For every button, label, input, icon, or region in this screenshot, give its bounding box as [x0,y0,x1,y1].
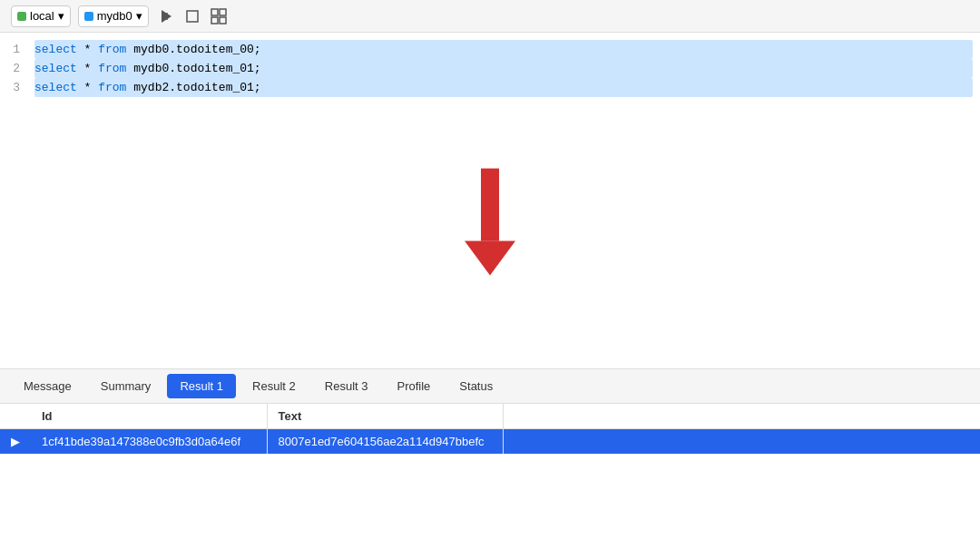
svg-rect-3 [211,9,218,15]
stop-button[interactable] [183,7,201,25]
line-numbers: 1 2 3 [0,33,27,368]
database-status-icon [84,12,93,21]
tab-message[interactable]: Message [11,374,84,398]
code-line-3: select * from mydb2.todoitem_01; [34,78,973,97]
connection-chevron-icon: ▾ [58,9,64,23]
connection-label: local [30,9,54,23]
tab-status[interactable]: Status [446,374,505,398]
table-header-row: Id Text [0,404,980,429]
connection-status-icon [17,12,26,21]
table-row[interactable]: ▶ 1cf41bde39a147388e0c9fb3d0a64e6f 8007e… [0,429,980,455]
header-empty [503,404,980,429]
line-number: 1 [7,40,20,59]
run-button[interactable] [156,6,176,26]
editor-area: 1 2 3 select * from mydb0.todoitem_00; s… [0,33,980,369]
header-text: Text [267,404,503,429]
tabs-bar: Message Summary Result 1 Result 2 Result… [0,369,980,404]
svg-rect-6 [220,17,226,24]
svg-rect-2 [187,11,198,22]
code-editor[interactable]: select * from mydb0.todoitem_00; select … [27,33,980,368]
line-number: 3 [7,78,20,97]
editor-content: 1 2 3 select * from mydb0.todoitem_00; s… [0,33,980,368]
database-selector[interactable]: mydb0 ▾ [78,5,149,27]
tab-result3[interactable]: Result 3 [312,374,381,398]
tab-profile[interactable]: Profile [384,374,443,398]
results-area: Id Text ▶ 1cf41bde39a147388e0c9fb3d0a64e… [0,404,980,549]
code-line-1: select * from mydb0.todoitem_00; [34,40,973,59]
line-number: 2 [7,59,20,78]
results-table: Id Text ▶ 1cf41bde39a147388e0c9fb3d0a64e… [0,404,980,454]
header-indicator [0,404,31,429]
svg-rect-5 [211,17,218,24]
svg-rect-4 [220,9,226,15]
tab-summary[interactable]: Summary [88,374,164,398]
tab-result1[interactable]: Result 1 [167,374,236,398]
layout-button[interactable] [209,6,229,26]
header-id: Id [31,404,267,429]
database-label: mydb0 [97,9,132,23]
cell-text: 8007e1ed7e604156ae2a114d947bbefc [267,429,503,455]
database-chevron-icon: ▾ [136,9,142,23]
row-indicator: ▶ [0,429,31,455]
code-line-2: select * from mydb0.todoitem_01; [34,59,973,78]
toolbar: local ▾ mydb0 ▾ [0,0,980,33]
cell-empty [503,429,980,455]
cell-id: 1cf41bde39a147388e0c9fb3d0a64e6f [31,429,267,455]
connection-selector[interactable]: local ▾ [11,5,71,27]
tab-result2[interactable]: Result 2 [240,374,309,398]
